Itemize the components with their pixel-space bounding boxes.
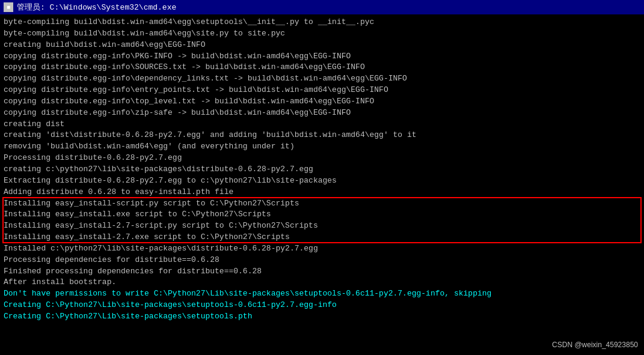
console-line: copying distribute.egg-info\zip-safe -> …	[4, 108, 640, 119]
console-line: copying distribute.egg-info\dependency_l…	[4, 73, 640, 85]
console-line: copying distribute.egg-info\entry_points…	[4, 85, 640, 96]
console-line: creating dist	[4, 119, 640, 130]
console-line: Installing easy_install-2.7.exe script t…	[4, 232, 640, 243]
console-line: Processing dependencies for distribute==…	[4, 255, 640, 266]
console-line: creating c:\python27\lib\site-packages\d…	[4, 164, 640, 175]
console-line: byte-compiling build\bdist.win-amd64\egg…	[4, 28, 640, 40]
console-line: Finished processing dependencies for dis…	[4, 266, 640, 278]
title-bar-icon: ■	[4, 2, 13, 12]
watermark: CSDN @weixin_45923850	[552, 340, 638, 350]
title-bar-text: 管理员: C:\Windows\System32\cmd.exe	[17, 2, 176, 13]
console-line: copying distribute.egg-info\top_level.tx…	[4, 96, 640, 108]
console-line: Installing easy_install-script.py script…	[4, 198, 640, 210]
console-line: Adding distribute 0.6.28 to easy-install…	[4, 187, 640, 198]
console-line: Creating C:\Python27\Lib\site-packages\s…	[4, 311, 640, 323]
console-line: Processing distribute-0.6.28-py2.7.egg	[4, 153, 640, 164]
console-line: copying distribute.egg-info\PKG-INFO -> …	[4, 51, 640, 62]
console-line: byte-compiling build\bdist.win-amd64\egg…	[4, 17, 640, 28]
console-line: removing 'build\bdist.win-amd64\egg' (an…	[4, 141, 640, 153]
console-line: copying distribute.egg-info\SOURCES.txt …	[4, 62, 640, 73]
console-line: After install bootstrap.	[4, 277, 640, 288]
console-line: Don't have permissions to write C:\Pytho…	[4, 288, 640, 300]
console-line: Installing easy_install-2.7-script.py sc…	[4, 220, 640, 232]
title-bar: ■ 管理员: C:\Windows\System32\cmd.exe	[0, 0, 644, 14]
console-line: creating build\bdist.win-amd64\egg\EGG-I…	[4, 40, 640, 51]
console-line: Installed c:\python27\lib\site-packages\…	[4, 243, 640, 255]
console-line: Creating C:\Python27\Lib\site-packages\s…	[4, 300, 640, 311]
console-line: creating 'dist\distribute-0.6.28-py2.7.e…	[4, 130, 640, 141]
console-area: byte-compiling build\bdist.win-amd64\egg…	[0, 14, 644, 355]
console-line: Installing easy_install.exe script to C:…	[4, 209, 640, 220]
console-line: Extracting distribute-0.6.28-py2.7.egg t…	[4, 175, 640, 187]
